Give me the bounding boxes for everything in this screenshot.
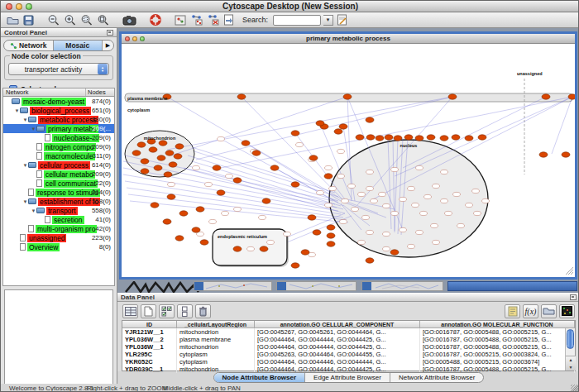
table-row[interactable]: YLR295Ccytoplasm[GO:0045263, GO:0044464,… (122, 351, 575, 358)
network-desktop: primary metabolic process plasma membran… (117, 28, 579, 293)
frame-close-button[interactable] (125, 36, 130, 41)
tree-row[interactable]: unassigned223(0) (3, 233, 114, 242)
tree-row[interactable]: ▼transport558(0) (3, 206, 114, 215)
tab-edge-attribute-browser[interactable]: Edge Attribute Browser (305, 373, 390, 382)
table-row[interactable]: YPL036W__1mitochondrion[GO:0044464, GO:0… (122, 343, 575, 351)
tree-row-label: unassigned (27, 234, 66, 242)
tree-row[interactable]: ▼biological_process651(0) (3, 106, 114, 115)
tree-row[interactable]: cellular metabo209(0) (3, 170, 114, 179)
table-row[interactable]: YPL036W__2plasma membrane[GO:0044464, GO… (122, 336, 575, 343)
expand-arrow-icon[interactable]: ▼ (31, 208, 36, 213)
tab-node-attribute-browser[interactable]: Node Attribute Browser (214, 373, 306, 382)
tree-column-nodes[interactable]: Nodes (86, 88, 114, 96)
snapshot-camera-icon[interactable] (122, 13, 137, 26)
open-file-icon[interactable] (6, 13, 20, 26)
expand-arrow-icon[interactable]: ▼ (14, 108, 20, 113)
table-row[interactable]: YJR121W__1mitochondrion[GO:0045267, GO:0… (122, 328, 575, 336)
tree-row[interactable]: ▼cellular process614(0) (3, 160, 114, 170)
table-cell: [GO:0045267, GO:0045261, GO:0044464, G..… (255, 328, 420, 336)
delete-attribute-icon[interactable] (195, 304, 211, 318)
data-panel-toolbar: f(x) (117, 302, 579, 320)
minimized-window[interactable] (194, 281, 272, 291)
table-row[interactable]: YKR052Ccytoplasm[GO:0044464, GO:0044446,… (122, 358, 575, 366)
file-icon (28, 225, 34, 232)
table-column-header[interactable]: ID (122, 321, 177, 327)
data-panel-title: Data Panel (121, 294, 155, 301)
expand-arrow-icon[interactable]: ▼ (22, 199, 28, 204)
birds-eye-view[interactable] (4, 289, 113, 392)
tree-row[interactable]: cell communicat22(0) (3, 179, 114, 188)
function-builder-icon[interactable]: f(x) (523, 304, 538, 318)
minimized-window[interactable] (276, 281, 356, 291)
close-button[interactable] (6, 3, 12, 10)
tab-network-attribute-browser[interactable]: Network Attribute Browser (390, 373, 483, 382)
zoom-window-button[interactable] (26, 3, 32, 10)
tree-row[interactable]: ▼metabolic process280(0) (3, 115, 114, 124)
network-canvas[interactable]: plasma membranecytoplasmmitochondrionnuc… (122, 44, 575, 277)
destroy-network-view-icon[interactable] (206, 13, 220, 26)
attribute-editor-icon[interactable] (505, 304, 520, 318)
minimized-window-active[interactable] (447, 281, 577, 291)
scrollbar-thumb[interactable] (567, 329, 574, 349)
scrollbar-arrows[interactable]: ▲▼ (566, 356, 576, 370)
network-frame-titlebar[interactable]: primary metabolic process (122, 34, 575, 44)
frame-zoom-button[interactable] (140, 36, 145, 41)
minimize-button[interactable] (16, 3, 22, 10)
unselect-attributes-icon[interactable] (177, 304, 193, 318)
tree-column-network[interactable]: Network (3, 88, 86, 96)
tree-row[interactable]: nitrogen compo209(0) (3, 142, 114, 151)
attribute-table-icon[interactable] (122, 304, 138, 318)
table-scrollbar[interactable]: ▲▼ (565, 328, 575, 370)
create-attribute-icon[interactable] (141, 304, 156, 318)
import-network-icon[interactable] (223, 13, 235, 26)
tree-row[interactable]: Overview8(0) (3, 242, 114, 251)
tree-row[interactable]: macromolecule311(0) (3, 151, 114, 160)
tab-overflow-arrow[interactable]: ▶ (103, 41, 113, 50)
table-cell: YJR121W__1 (122, 328, 177, 336)
table-column-header[interactable]: annotation.GO MOLECULAR_FUNCTION (420, 321, 575, 327)
control-panel-title: Control Panel (4, 29, 47, 36)
select-attributes-icon[interactable] (159, 304, 175, 318)
tree-row[interactable]: mosaic-demo-yeast874(0) (3, 97, 114, 106)
tab-network[interactable]: Network (4, 41, 54, 50)
tree-row-count: 209(... (92, 125, 111, 132)
resize-grip[interactable] (571, 385, 579, 392)
network-overview-icon[interactable] (174, 13, 187, 26)
search-input[interactable] (273, 15, 321, 26)
float-panel-icon[interactable] (570, 294, 577, 300)
search-options-icon[interactable] (336, 13, 348, 26)
frame-minimize-button[interactable] (132, 36, 137, 41)
tree-row-label: cellular metabo (44, 170, 95, 179)
tree-row[interactable]: ▼primary metabo209(... (3, 124, 114, 133)
tree-row-count: 874(0) (92, 98, 111, 105)
float-panel-icon[interactable] (107, 30, 113, 36)
node-color-combobox[interactable]: transporter activity ▲▼ (8, 63, 109, 75)
tree-row[interactable]: ▼establishment of lo558(0) (3, 197, 114, 206)
create-network-view-icon[interactable] (189, 13, 203, 26)
minimized-window[interactable] (361, 281, 443, 291)
help-icon[interactable] (149, 13, 162, 26)
region-label: unassigned (517, 71, 543, 76)
save-icon[interactable] (22, 13, 35, 26)
attribute-browser-tabs: Node Attribute Browser Edge Attribute Br… (117, 371, 579, 384)
expand-arrow-icon[interactable]: ▼ (31, 127, 36, 131)
region-label: plasma membrane (127, 96, 167, 101)
tree-row[interactable]: secretion41(0) (3, 215, 114, 224)
expand-arrow-icon[interactable]: ▼ (22, 163, 28, 168)
tree-row[interactable]: nucleobase-...209(0) (3, 133, 114, 142)
search-dropdown-arrow[interactable]: ▼ (323, 15, 333, 26)
tree-row[interactable]: response to stimulu264(0) (3, 188, 114, 197)
minimized-windows-strip (117, 281, 579, 293)
zoom-out-icon[interactable] (46, 13, 60, 26)
tab-mosaic[interactable]: Mosaic (54, 41, 103, 50)
attribute-matrix-icon[interactable] (559, 304, 575, 318)
table-column-header[interactable]: _cellularLayoutRegion (177, 321, 255, 327)
network-frame: primary metabolic process plasma membran… (119, 31, 577, 280)
zoom-fit-icon[interactable] (96, 13, 110, 26)
table-column-header[interactable]: annotation.GO CELLULAR_COMPONENT (255, 321, 420, 327)
tree-row[interactable]: multi-organism pro42(0) (3, 224, 114, 233)
expand-arrow-icon[interactable]: ▼ (22, 117, 28, 122)
zoom-selected-region-icon[interactable] (79, 13, 93, 26)
import-attributes-icon[interactable] (541, 304, 557, 318)
zoom-in-icon[interactable] (63, 13, 77, 26)
